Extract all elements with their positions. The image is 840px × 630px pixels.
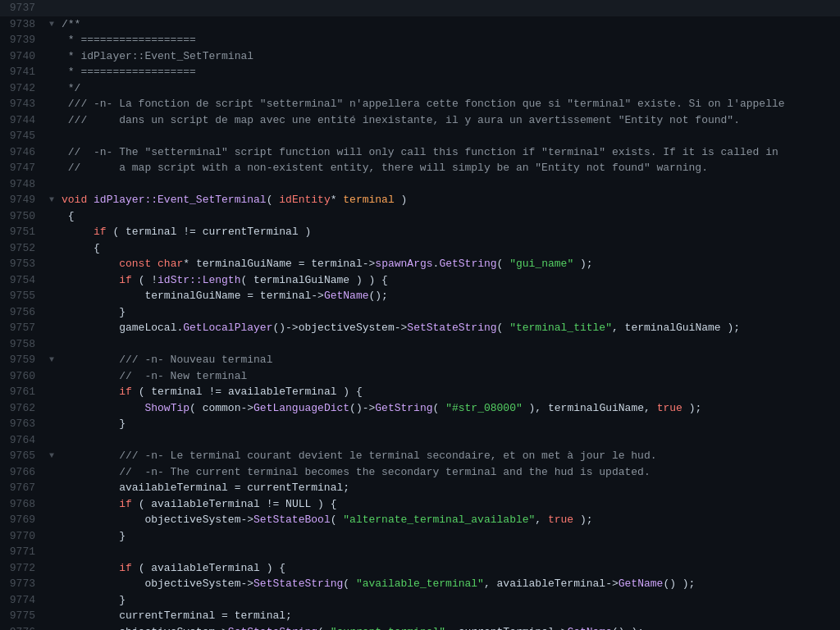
code-line-9738: 9738 ▼ /** (0, 16, 840, 33)
code-line-9765: 9765 ▼ /// -n- Le terminal courant devie… (0, 448, 840, 464)
code-line-9767: 9767 availableTerminal = currentTerminal… (0, 480, 840, 496)
code-line-9775: 9775 currentTerminal = terminal; (0, 608, 840, 624)
code-line-9741: 9741 * ================== (0, 64, 840, 80)
code-line-9771: 9771 (0, 544, 840, 560)
code-line-9739: 9739 * ================== (0, 32, 840, 48)
code-line-9762: 9762 ShowTip( common->GetLanguageDict()-… (0, 400, 840, 417)
code-line-9750: 9750 { (0, 208, 840, 225)
code-line-9756: 9756 } (0, 304, 840, 321)
code-line-9770: 9770 } (0, 528, 840, 545)
code-line-9772: 9772 if ( availableTerminal ) { (0, 560, 840, 577)
code-line-9774: 9774 } (0, 592, 840, 609)
code-line-9757: 9757 gameLocal.GetLocalPlayer()->objecti… (0, 320, 840, 336)
code-line-9754: 9754 if ( !idStr::Length( terminalGuiNam… (0, 272, 840, 289)
code-line-9776: 9776 objectiveSystem->SetStateString( "c… (0, 624, 840, 631)
code-line-9743: 9743 /// -n- La fonction de script "sett… (0, 96, 840, 112)
code-line-9749: 9749 ▼ void idPlayer::Event_SetTerminal(… (0, 192, 840, 208)
code-line-9764: 9764 (0, 432, 840, 449)
code-line-9763: 9763 } (0, 416, 840, 432)
code-line-9766: 9766 // -n- The current terminal becomes… (0, 464, 840, 481)
code-line-9753: 9753 const char* terminalGuiName = termi… (0, 256, 840, 272)
code-line-9744: 9744 /// dans un script de map avec une … (0, 112, 840, 129)
code-line-9746: 9746 // -n- The "setterminal" script fun… (0, 144, 840, 161)
code-line-9742: 9742 */ (0, 80, 840, 97)
code-line-9768: 9768 if ( availableTerminal != NULL ) { (0, 496, 840, 513)
code-editor: 9737 9738 ▼ /** 9739 * =================… (0, 0, 840, 630)
code-line-9751: 9751 if ( terminal != currentTerminal ) (0, 224, 840, 240)
code-line-9752: 9752 { (0, 240, 840, 257)
code-line-9747: 9747 // a map script with a non-existent… (0, 160, 840, 176)
code-line-9759: 9759 ▼ /// -n- Nouveau terminal (0, 352, 840, 368)
code-line-9769: 9769 objectiveSystem->SetStateBool( "alt… (0, 512, 840, 528)
code-line-9758: 9758 (0, 336, 840, 353)
code-line-9740: 9740 * idPlayer::Event_SetTerminal (0, 48, 840, 65)
code-line-9748: 9748 (0, 176, 840, 193)
code-line-9755: 9755 terminalGuiName = terminal->GetName… (0, 288, 840, 304)
code-line-9737: 9737 (0, 0, 840, 16)
code-line-9761: 9761 if ( terminal != availableTerminal … (0, 384, 840, 400)
code-line-9745: 9745 (0, 128, 840, 144)
code-line-9760: 9760 // -n- New terminal (0, 368, 840, 385)
code-line-9773: 9773 objectiveSystem->SetStateString( "a… (0, 576, 840, 592)
